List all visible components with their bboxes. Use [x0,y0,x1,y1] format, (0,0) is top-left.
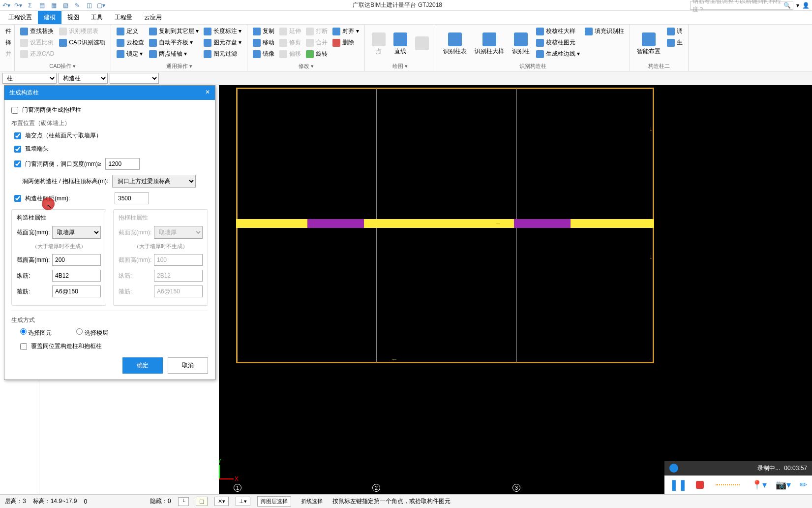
rbtn-select[interactable]: 择 [4,37,13,48]
select-width-1[interactable]: 取墙厚 [52,226,101,239]
rbtn-floor-table[interactable]: 识别楼层表 [58,26,106,36]
copy-icon [253,28,261,35]
input-rebar-1[interactable] [52,270,101,282]
tab-tools[interactable]: 工具 [85,11,109,24]
rbtn-col-table[interactable]: 识别柱表 [440,26,470,62]
rbtn-mirror[interactable]: 镜像 [251,49,276,59]
smart-icon [642,32,656,46]
generation-mode: 生成方式 选择图元 选择楼层 覆盖同位置构造柱和抱框柱 [11,311,208,350]
rbtn-two-point[interactable]: 两点辅轴 ▾ [148,49,200,59]
chk-orphan-wall[interactable] [14,146,21,153]
rbtn-copy-floor[interactable]: 复制到其它层 ▾ [148,26,200,36]
pause-button[interactable]: ❚❚ [669,478,687,491]
export-icon[interactable]: ▦ [50,1,58,9]
chk-wall-intersect[interactable] [14,132,21,139]
rbtn-fill-col[interactable]: 填充识别柱 [583,26,626,36]
rbtn-gen-edge[interactable]: 生成柱边线 ▾ [535,49,581,59]
timeline [716,484,740,485]
rbtn-rect[interactable] [412,26,432,62]
rbtn-item[interactable]: 件 [4,26,13,36]
adjust-icon [667,28,675,35]
user-icon[interactable]: 👤 [802,2,810,9]
rbtn-length-dim[interactable]: 长度标注 ▾ [202,26,243,36]
input-stirrup-1[interactable] [52,286,101,297]
select-category[interactable]: 柱 [2,73,57,84]
radio-select-floor[interactable] [76,328,83,335]
stop-button[interactable] [696,481,704,489]
chart-icon[interactable]: ◫ [85,1,93,9]
edit-icon[interactable]: ✎ [73,1,81,9]
rbtn-smart-layout[interactable]: 智能布置 [634,26,663,62]
more-icon[interactable]: ▢▾ [97,1,105,9]
tab-project-settings[interactable]: 工程设置 [2,11,38,24]
tab-modeling[interactable]: 建模 [38,11,61,24]
tab-cloud[interactable]: 云应用 [138,11,168,24]
rbtn-cloud-check[interactable]: 云检查 [115,37,146,48]
rbtn-delete[interactable]: 删除 [331,37,360,48]
rbtn-define[interactable]: 定义 [115,26,146,36]
chk-window-frame[interactable] [11,107,18,114]
rbtn-extend[interactable]: 延伸 [278,26,302,36]
select-top-elevation[interactable]: 洞口上方过梁顶标高 [112,175,196,188]
dialog-titlebar[interactable]: 生成构造柱 ✕ [4,86,215,100]
rbtn-trim[interactable]: 修剪 [278,37,302,48]
rbtn-copy[interactable]: 复制 [251,26,276,36]
position-label: 布置位置（砌体墙上） [11,119,208,127]
cancel-button[interactable]: 取消 [168,357,208,374]
chk-spacing[interactable] [14,195,21,202]
rbtn-rotate[interactable]: 旋转 [304,49,329,59]
rbtn-filter[interactable]: 图元过滤 [202,49,243,59]
rbtn-check-element[interactable]: 校核柱图元 [535,37,581,48]
rbtn-adjust[interactable]: 调 [665,26,684,36]
rbtn-col-detail[interactable]: 识别柱大样 [472,26,507,62]
select-component[interactable] [110,73,159,84]
rbtn-offset[interactable]: 偏移 [278,49,302,59]
rbtn-point[interactable]: 点 [369,26,389,62]
camera-tool-icon[interactable]: 📷▾ [776,479,791,490]
help-search[interactable]: 钢筋弯曲值调整可以精确到何种程度？🔍 [690,1,793,10]
input-height-1[interactable] [52,254,101,266]
rbtn-check-detail[interactable]: 校核柱大样 [535,26,581,36]
rbtn-set-scale[interactable]: 设置比例 [19,37,56,48]
rbtn-move[interactable]: 移动 [251,37,276,48]
chk-override[interactable] [20,343,27,350]
report-icon[interactable]: ▧ [61,1,69,9]
rbtn-lock[interactable]: 锁定 ▾ [115,49,146,59]
rbtn-auto-level[interactable]: 自动平齐板 ▾ [148,37,200,48]
rbtn-merge2[interactable]: 合并 [304,37,329,48]
dropdown-icon[interactable]: ▾ [796,2,799,9]
rbtn-merge[interactable]: 并 [4,49,13,59]
undo-icon[interactable]: ↶▾ [2,1,10,9]
move-icon [253,39,261,47]
align-icon [332,28,340,35]
select-type[interactable]: 构造柱 [59,73,108,84]
rbtn-restore-cad[interactable]: 还原CAD [19,49,56,59]
rbtn-gen[interactable]: 生 [665,37,684,48]
tab-view[interactable]: 视图 [61,11,85,24]
arrow-down-icon-2: ↓ [649,253,653,260]
chk-opening-sides[interactable] [14,160,21,167]
sum-icon[interactable]: Σ [26,1,34,9]
radio-select-element[interactable] [20,328,27,335]
table-icon[interactable]: ▤ [38,1,46,9]
drawing-canvas[interactable]: → ← ↓ ↓ 1 2 3 Y X [219,85,812,494]
input-spacing[interactable] [115,192,149,204]
delete-icon [332,39,340,47]
rbtn-find-replace[interactable]: 查找替换 [19,26,56,36]
rbtn-cad-options[interactable]: CAD识别选项 [58,37,106,48]
tab-quantity[interactable]: 工程量 [109,11,138,24]
pen-tool-icon[interactable]: ✏ [800,479,807,490]
input-opening-width[interactable] [105,158,140,170]
close-icon[interactable]: ✕ [205,89,210,97]
rbtn-break[interactable]: 打断 [304,26,329,36]
rbtn-align[interactable]: 对齐 ▾ [331,26,360,36]
screen-recorder: 录制中... 00:03:57 ❚❚ 📍▾ 📷▾ ✏ [664,461,812,494]
redo-icon[interactable]: ↷▾ [14,1,22,9]
rbtn-line[interactable]: 直线 [391,26,410,62]
line-icon [393,32,407,46]
coldetail-icon [482,32,496,46]
rbtn-col[interactable]: 识别柱 [509,26,533,62]
marker-tool-icon[interactable]: 📍▾ [752,479,767,490]
ok-button[interactable]: 确定 [122,357,163,374]
rbtn-save-element[interactable]: 图元存盘 ▾ [202,37,243,48]
